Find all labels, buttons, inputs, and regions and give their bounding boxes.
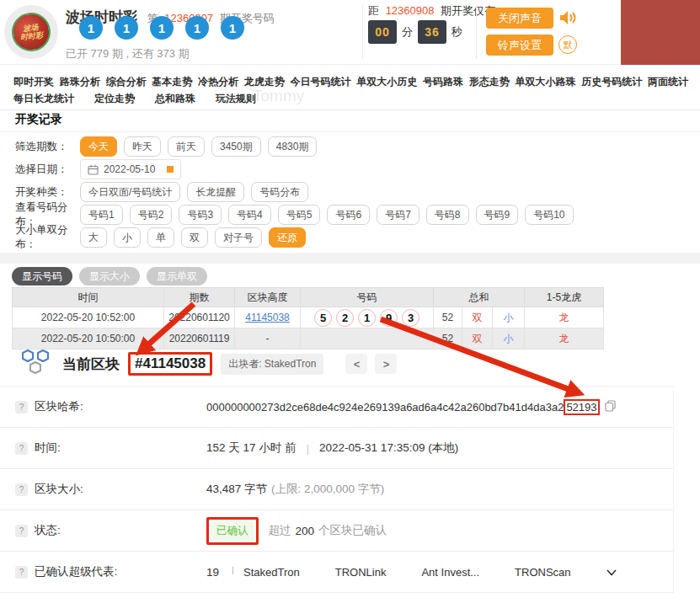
result-ball: 1 [185, 16, 209, 40]
countdown-prefix: 距 [368, 4, 379, 17]
date-picker[interactable]: 2022-05-10 [80, 159, 181, 179]
seconds-unit: 秒 [452, 24, 462, 40]
current-block-title: 当前区块 [62, 355, 120, 374]
reset-button[interactable]: 还原 [269, 227, 306, 248]
number-ball: 1 [358, 309, 376, 327]
nav-item[interactable]: 玩法规则 [216, 92, 256, 106]
number-10-button[interactable]: 号码10 [525, 205, 573, 225]
nav-item[interactable]: 形态走势 [469, 75, 510, 89]
big-button[interactable]: 大 [80, 227, 107, 248]
nav-item[interactable]: 单双大小路珠 [516, 75, 576, 89]
blockchain-icon [20, 349, 51, 379]
speaker-icon[interactable] [559, 9, 578, 29]
tab-show-bigsmall[interactable]: 显示大小 [79, 267, 140, 285]
help-icon[interactable]: ? [15, 442, 28, 455]
filter-period-row: 筛选期数： 今天 昨天 前天 3450期 4830期 [15, 136, 574, 157]
tab-show-oddeven[interactable]: 显示单双 [147, 267, 207, 285]
nav-item[interactable]: 号码路珠 [423, 75, 463, 89]
block-height-link[interactable]: 41145038 [245, 312, 290, 323]
nav-item[interactable]: 即时开奖 [13, 75, 54, 89]
type-stats-button[interactable]: 今日双面/号码统计 [80, 182, 180, 202]
nav-item[interactable]: 两面统计 [648, 75, 688, 89]
current-block-number: #41145038 [128, 352, 212, 376]
next-block-button[interactable]: > [375, 354, 397, 374]
nav-item[interactable]: 基本走势 [152, 75, 192, 89]
help-icon[interactable]: ? [15, 483, 28, 496]
cell-dragon-tiger: 龙 [525, 328, 604, 350]
sr-name[interactable]: TRONLink [335, 566, 387, 579]
sr-name[interactable]: StakedTron [243, 566, 300, 579]
even-button[interactable]: 双 [181, 227, 208, 248]
number-9-button[interactable]: 号码9 [476, 205, 519, 225]
nav-item[interactable]: 总和路珠 [155, 92, 195, 106]
help-icon[interactable]: ? [15, 401, 28, 414]
number-7-button[interactable]: 号码7 [377, 205, 419, 225]
date-value: 2022-05-10 [104, 163, 155, 175]
cell-numbers-empty [301, 328, 434, 350]
mute-sound-button[interactable]: 关闭声音 [486, 8, 553, 29]
cell-dragon-tiger: 龙 [525, 307, 604, 328]
filter-3450-button[interactable]: 3450期 [211, 136, 261, 157]
filter-today-button[interactable]: 今天 [80, 136, 117, 157]
copy-icon[interactable] [605, 400, 616, 414]
calendar-icon [88, 164, 99, 175]
table-row: 2022-05-20 10:50:00 20220601119 - 52 双 小… [13, 328, 604, 350]
status-count: 200 [296, 525, 315, 537]
nav-item[interactable]: 每日长龙统计 [13, 92, 74, 106]
help-icon[interactable]: ? [15, 525, 28, 537]
filter-yesterday-button[interactable]: 昨天 [124, 136, 161, 157]
block-size-limit: (上限: 2,000,000 字节) [271, 482, 384, 497]
prev-block-button[interactable]: < [345, 354, 367, 374]
nav-item[interactable]: 冷热分析 [198, 75, 238, 89]
chevron-down-icon[interactable] [606, 566, 617, 579]
default-ring-icon[interactable]: 默 [558, 35, 577, 54]
number-1-button[interactable]: 号码1 [80, 205, 123, 225]
odd-button[interactable]: 单 [147, 227, 174, 248]
cell-odd-even: 双 [462, 307, 493, 328]
filter-dist-row: 查看号码分布： 号码1 号码2 号码3 号码4 号码5 号码6 号码7 号码8 … [15, 205, 574, 225]
nav-item[interactable]: 单双大小历史 [356, 75, 417, 89]
result-ball: 1 [150, 16, 174, 40]
detail-row-hash: ? 区块哈希: 000000000273d2ce68de4c924e269139… [0, 386, 673, 427]
col-issue: 期数 [164, 288, 235, 307]
number-8-button[interactable]: 号码8 [426, 205, 469, 225]
filter-label: 开奖种类： [15, 185, 80, 200]
col-time: 时间 [13, 288, 164, 307]
number-ball: 9 [380, 309, 398, 327]
number-5-button[interactable]: 号码5 [278, 205, 321, 225]
cell-time: 2022-05-20 10:50:00 [13, 328, 164, 350]
nav-item[interactable]: 综合分析 [106, 75, 147, 89]
nav-item[interactable]: 路珠分析 [60, 75, 100, 89]
cell-big-small: 小 [493, 328, 525, 350]
table-header-row: 时间 期数 区块高度 号码 总和 1-5龙虎 [13, 288, 604, 307]
filter-label: 大小单双分布： [15, 223, 80, 252]
help-icon[interactable]: ? [15, 566, 28, 579]
type-distribution-button[interactable]: 号码分布 [251, 182, 308, 202]
draw-numbers: 5 2 1 9 3 [301, 309, 433, 327]
sr-name[interactable]: Ant Invest... [421, 566, 479, 579]
next-issue-number: 12360908 [386, 4, 435, 17]
logo-text-2: 时时彩 [20, 31, 44, 42]
type-streak-button[interactable]: 长龙提醒 [187, 182, 244, 202]
filter-daybefore-button[interactable]: 前天 [168, 136, 205, 157]
nav-item[interactable]: 历史号码统计 [581, 75, 642, 89]
number-2-button[interactable]: 号码2 [130, 205, 173, 225]
filter-size-row: 大小单双分布： 大 小 单 双 对子号 还原 [15, 227, 574, 248]
time-ago: 152 天 17 小时 前 [206, 440, 297, 456]
filter-4830-button[interactable]: 4830期 [268, 136, 318, 157]
table-row: 2022-05-20 10:52:00 20220601120 41145038… [13, 307, 604, 328]
number-6-button[interactable]: 号码6 [327, 205, 370, 225]
sr-name[interactable]: TRONScan [515, 566, 570, 579]
number-4-button[interactable]: 号码4 [228, 205, 271, 225]
pair-button[interactable]: 对子号 [215, 227, 262, 248]
tab-show-numbers[interactable]: 显示号码 [12, 267, 72, 285]
hash-tail-annotated: 52193 [564, 399, 599, 415]
nav-item[interactable]: 定位走势 [94, 92, 135, 106]
number-3-button[interactable]: 号码3 [179, 205, 222, 225]
col-sum: 总和 [434, 288, 525, 307]
filter-type-row: 开奖种类： 今日双面/号码统计 长龙提醒 号码分布 [15, 182, 574, 202]
col-dragon-tiger: 1-5龙虎 [525, 288, 604, 307]
date-marker [167, 166, 174, 173]
small-button[interactable]: 小 [114, 227, 141, 248]
ring-settings-button[interactable]: 铃声设置 [486, 35, 553, 56]
